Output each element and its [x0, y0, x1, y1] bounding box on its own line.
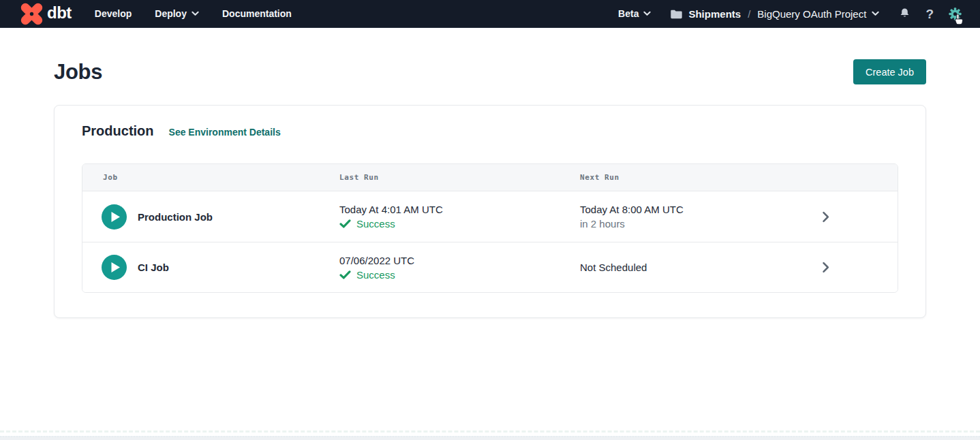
- chevron-down-icon: [872, 11, 879, 16]
- table-row-ci-job[interactable]: CI Job 07/06/2022 UTC Success Not Schedu…: [82, 242, 898, 292]
- run-job-play-icon[interactable]: [102, 255, 127, 280]
- project-breadcrumb[interactable]: Shipments / BigQuery OAuth Project: [670, 8, 879, 20]
- success-check-icon: [339, 270, 351, 279]
- hand-cursor-icon: [953, 14, 964, 28]
- table-row-production-job[interactable]: Production Job Today At 4:01 AM UTC Succ…: [82, 191, 898, 242]
- beta-dropdown[interactable]: Beta: [618, 8, 651, 19]
- chevron-right-icon[interactable]: [822, 262, 829, 273]
- bottom-dashed-divider: [0, 430, 980, 433]
- column-header-next-run: Next Run: [580, 164, 822, 191]
- help-icon[interactable]: ?: [925, 7, 934, 20]
- nav-develop-label: Develop: [95, 8, 132, 19]
- nav-deploy-label: Deploy: [155, 8, 187, 19]
- job-name: CI Job: [138, 262, 169, 273]
- column-header-last-run: Last Run: [339, 164, 580, 191]
- breadcrumb-separator: /: [748, 8, 750, 20]
- success-check-icon: [339, 219, 351, 228]
- chevron-right-icon[interactable]: [822, 211, 829, 223]
- bell-icon[interactable]: [898, 7, 911, 20]
- nav-item-deploy[interactable]: Deploy: [155, 8, 199, 19]
- settings-gear-icon[interactable]: [948, 7, 962, 21]
- jobs-page: Jobs Create Job Production See Environme…: [0, 59, 980, 318]
- column-header-actions: [822, 164, 898, 191]
- see-environment-details-link[interactable]: See Environment Details: [169, 127, 281, 138]
- project-name: BigQuery OAuth Project: [757, 8, 866, 20]
- account-name: Shipments: [688, 8, 741, 20]
- create-job-button[interactable]: Create Job: [853, 59, 926, 84]
- jobs-table-header: Job Last Run Next Run: [82, 164, 898, 191]
- dbt-logo-icon: [20, 3, 43, 25]
- jobs-table: Job Last Run Next Run Production Job: [82, 163, 898, 293]
- folder-icon: [670, 8, 683, 20]
- run-job-play-icon[interactable]: [102, 204, 127, 230]
- chevron-down-icon: [192, 11, 199, 16]
- status-badge: Success: [356, 269, 395, 281]
- next-run-time: Today At 8:00 AM UTC: [580, 204, 822, 215]
- job-name: Production Job: [138, 211, 213, 223]
- main-nav: Develop Deploy Documentation: [95, 8, 292, 19]
- status-badge: Success: [356, 218, 395, 230]
- environment-card: Production See Environment Details Job L…: [54, 105, 926, 318]
- page-title: Jobs: [54, 60, 102, 84]
- next-run-note: in 2 hours: [580, 218, 822, 230]
- top-navbar: dbt Develop Deploy Documentation Beta: [0, 0, 980, 28]
- chevron-down-icon: [643, 11, 651, 16]
- dbt-logo[interactable]: dbt: [20, 3, 72, 25]
- dbt-logo-text: dbt: [47, 5, 72, 23]
- nav-documentation-label: Documentation: [222, 8, 292, 19]
- nav-item-develop[interactable]: Develop: [95, 8, 132, 19]
- next-run-time: Not Scheduled: [580, 262, 822, 273]
- navbar-icon-group: ?: [898, 7, 962, 21]
- environment-name: Production: [82, 123, 154, 139]
- bottom-strip: [0, 436, 980, 440]
- nav-item-documentation[interactable]: Documentation: [222, 8, 292, 19]
- beta-label: Beta: [618, 8, 639, 19]
- column-header-job: Job: [82, 164, 339, 191]
- last-run-time: 07/06/2022 UTC: [339, 255, 580, 266]
- last-run-time: Today At 4:01 AM UTC: [339, 204, 580, 215]
